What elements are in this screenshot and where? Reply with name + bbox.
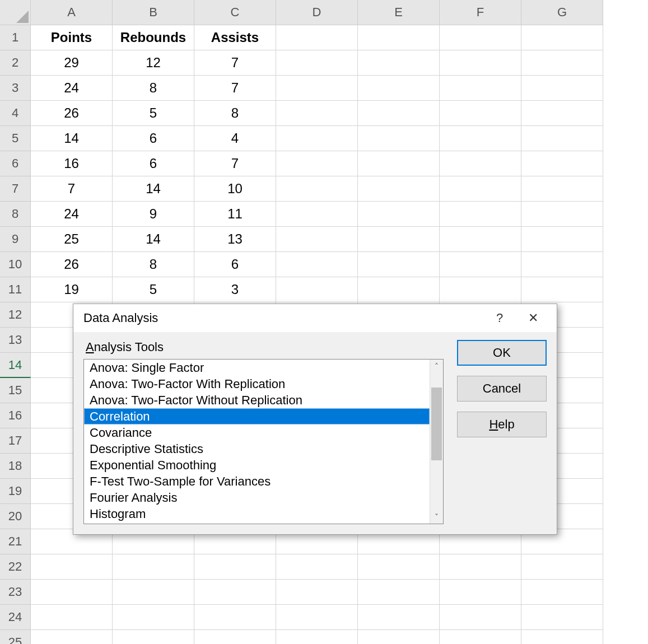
row-header-10[interactable]: 10 [0, 252, 31, 277]
column-header-G[interactable]: G [521, 0, 603, 25]
cell-F6[interactable] [440, 151, 521, 176]
cell-G25[interactable] [521, 630, 603, 644]
row-header-12[interactable]: 12 [0, 302, 31, 328]
cell-A9[interactable]: 25 [31, 227, 113, 252]
cell-A25[interactable] [31, 630, 113, 644]
cell-C6[interactable]: 7 [194, 151, 276, 176]
cell-A8[interactable]: 24 [31, 202, 113, 227]
cell-D3[interactable] [276, 76, 358, 101]
cell-F8[interactable] [440, 202, 521, 227]
cell-E10[interactable] [358, 252, 440, 277]
cell-C23[interactable] [194, 580, 276, 605]
cell-G8[interactable] [521, 202, 603, 227]
list-item[interactable]: Anova: Two-Factor Without Replication [84, 392, 430, 408]
cell-A23[interactable] [31, 580, 113, 605]
help-button[interactable]: Help [457, 412, 547, 437]
list-item[interactable]: Descriptive Statistics [84, 441, 430, 457]
cell-E25[interactable] [358, 630, 440, 644]
cell-F2[interactable] [440, 50, 521, 76]
cell-C10[interactable]: 6 [194, 252, 276, 277]
cancel-button[interactable]: Cancel [457, 376, 547, 402]
cell-C22[interactable] [194, 554, 276, 580]
list-item[interactable]: Fourier Analysis [84, 489, 430, 506]
row-header-13[interactable]: 13 [0, 328, 31, 353]
cell-E23[interactable] [358, 580, 440, 605]
list-item[interactable]: Exponential Smoothing [84, 457, 430, 473]
cell-A24[interactable] [31, 605, 113, 630]
cell-D24[interactable] [276, 605, 358, 630]
cell-G1[interactable] [521, 25, 603, 50]
cell-G10[interactable] [521, 252, 603, 277]
scroll-up-icon[interactable]: ˄ [430, 360, 443, 373]
row-header-19[interactable]: 19 [0, 479, 31, 504]
ok-button[interactable]: OK [457, 340, 547, 366]
cell-G24[interactable] [521, 605, 603, 630]
cell-F1[interactable] [440, 25, 521, 50]
cell-D7[interactable] [276, 176, 358, 202]
cell-G3[interactable] [521, 76, 603, 101]
cell-B24[interactable] [113, 605, 194, 630]
cell-D23[interactable] [276, 580, 358, 605]
row-header-11[interactable]: 11 [0, 277, 31, 302]
cell-G2[interactable] [521, 50, 603, 76]
close-icon[interactable]: ✕ [516, 311, 550, 325]
cell-G22[interactable] [521, 554, 603, 580]
cell-A4[interactable]: 26 [31, 101, 113, 126]
row-header-14[interactable]: 14 [0, 353, 31, 378]
cell-B7[interactable]: 14 [113, 176, 194, 202]
cell-B8[interactable]: 9 [113, 202, 194, 227]
cell-E7[interactable] [358, 176, 440, 202]
cell-A6[interactable]: 16 [31, 151, 113, 176]
row-header-6[interactable]: 6 [0, 151, 31, 176]
cell-F22[interactable] [440, 554, 521, 580]
cell-A7[interactable]: 7 [31, 176, 113, 202]
row-header-21[interactable]: 21 [0, 529, 31, 554]
cell-F24[interactable] [440, 605, 521, 630]
cell-F25[interactable] [440, 630, 521, 644]
cell-F9[interactable] [440, 227, 521, 252]
cell-B10[interactable]: 8 [113, 252, 194, 277]
scroll-track[interactable] [430, 373, 443, 510]
cell-C8[interactable]: 11 [194, 202, 276, 227]
cell-C5[interactable]: 4 [194, 126, 276, 151]
cell-E2[interactable] [358, 50, 440, 76]
row-header-20[interactable]: 20 [0, 504, 31, 529]
cell-G23[interactable] [521, 580, 603, 605]
cell-G6[interactable] [521, 151, 603, 176]
cell-D8[interactable] [276, 202, 358, 227]
scroll-thumb[interactable] [431, 388, 442, 460]
column-header-E[interactable]: E [358, 0, 440, 25]
row-header-23[interactable]: 23 [0, 580, 31, 605]
select-all-corner[interactable] [0, 0, 31, 25]
cell-C25[interactable] [194, 630, 276, 644]
list-item[interactable]: Covariance [84, 424, 430, 441]
cell-A10[interactable]: 26 [31, 252, 113, 277]
cell-B6[interactable]: 6 [113, 151, 194, 176]
cell-D2[interactable] [276, 50, 358, 76]
row-header-1[interactable]: 1 [0, 25, 31, 50]
help-icon[interactable]: ? [483, 311, 516, 325]
cell-D5[interactable] [276, 126, 358, 151]
cell-B9[interactable]: 14 [113, 227, 194, 252]
cell-F11[interactable] [440, 277, 521, 302]
cell-A11[interactable]: 19 [31, 277, 113, 302]
cell-C11[interactable]: 3 [194, 277, 276, 302]
cell-G7[interactable] [521, 176, 603, 202]
cell-G11[interactable] [521, 277, 603, 302]
row-header-22[interactable]: 22 [0, 554, 31, 580]
cell-F4[interactable] [440, 101, 521, 126]
cell-D1[interactable] [276, 25, 358, 50]
cell-G5[interactable] [521, 126, 603, 151]
cell-C7[interactable]: 10 [194, 176, 276, 202]
cell-E1[interactable] [358, 25, 440, 50]
cell-C4[interactable]: 8 [194, 101, 276, 126]
cell-E22[interactable] [358, 554, 440, 580]
cell-C3[interactable]: 7 [194, 76, 276, 101]
cell-D4[interactable] [276, 101, 358, 126]
cell-A22[interactable] [31, 554, 113, 580]
list-item[interactable]: Anova: Two-Factor With Replication [84, 376, 430, 392]
cell-D9[interactable] [276, 227, 358, 252]
scrollbar[interactable]: ˄ ˅ [430, 360, 443, 524]
row-header-8[interactable]: 8 [0, 202, 31, 227]
cell-D10[interactable] [276, 252, 358, 277]
